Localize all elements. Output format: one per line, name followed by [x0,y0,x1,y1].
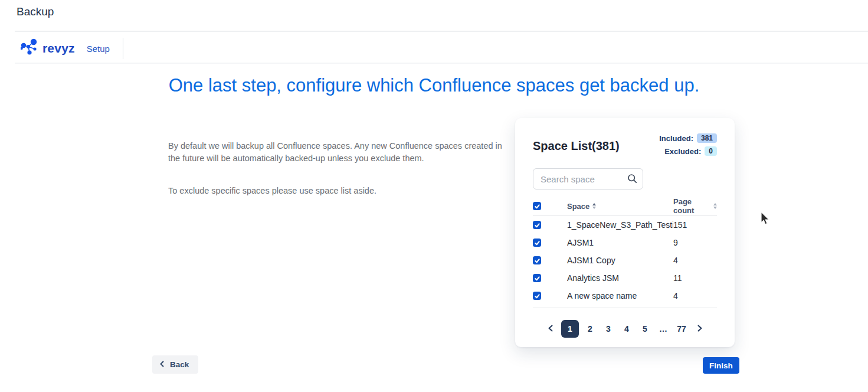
column-header-space[interactable]: Space [567,202,673,211]
space-list-card-header: Space List(381) Included: 381 Excluded: … [533,133,717,159]
chevron-left-icon [159,360,165,369]
pagination-pages: 12345…77 [561,320,689,338]
space-name-cell: 1_SpaceNew_S3_Path_Testi [567,220,673,230]
chevron-left-icon [548,324,554,334]
included-count-line: Included: 381 [659,133,717,143]
counts-block: Included: 381 Excluded: 0 [659,133,717,159]
pagination-page-3[interactable]: 3 [601,321,615,337]
excluded-label: Excluded: [664,147,701,156]
row-checkbox[interactable] [533,274,541,282]
search-icon [627,174,637,186]
pagination-page-5[interactable]: 5 [638,321,652,337]
column-header-page-count[interactable]: Page count [673,197,717,215]
included-label: Included: [659,134,693,143]
table-row: Analytics JSM 11 [533,269,717,287]
row-checkbox[interactable] [533,292,541,300]
back-button[interactable]: Back [152,355,198,374]
space-table-body: 1_SpaceNew_S3_Path_Testi 151 AJSM1 9 AJS… [533,216,717,305]
description-paragraph-2: To exclude specific spaces please use sp… [168,185,515,197]
space-list-title: Space List(381) [533,139,620,153]
pagination-page-1[interactable]: 1 [561,320,579,338]
back-button-label: Back [170,360,189,369]
space-name-cell: AJSM1 [567,238,673,247]
page-count-cell: 9 [673,238,717,247]
space-name-cell: AJSM1 Copy [567,256,673,265]
table-row: AJSM1 Copy 4 [533,251,717,269]
row-checkbox[interactable] [533,256,541,264]
pagination-page-4[interactable]: 4 [620,321,634,337]
page-count-cell: 151 [673,220,717,230]
row-checkbox[interactable] [533,221,541,229]
select-all-checkbox[interactable] [533,202,541,210]
brand-logo-molecule-icon [21,38,38,59]
finish-button[interactable]: Finish [703,357,739,374]
pagination-page-2[interactable]: 2 [583,321,597,337]
app-header: revyz Setup [21,37,123,60]
excluded-count-line: Excluded: 0 [659,146,717,156]
page-count-cell: 4 [673,291,717,300]
pagination-prev-button[interactable] [544,321,557,337]
table-row: AJSM1 9 [533,234,717,251]
column-header-page-count-label: Page count [673,197,710,215]
page-count-cell: 11 [673,273,717,283]
space-name-cell: A new space name [567,291,673,300]
pagination: 12345…77 [533,320,717,338]
table-row: 1_SpaceNew_S3_Path_Testi 151 [533,216,717,234]
description-block: By default we will backup all Confluence… [168,140,515,197]
header-bottom-line [15,63,868,64]
table-bottom-divider [533,308,717,308]
page-title: Backup [17,5,54,18]
space-name-cell: Analytics JSM [567,273,673,283]
sort-carets-icon-page-count [713,203,717,209]
sort-carets-icon-space [592,203,596,209]
pagination-page-…: … [656,321,670,337]
header-vertical-divider [123,38,123,59]
space-table-header-row: Space Page count [533,197,717,215]
pagination-page-77[interactable]: 77 [674,321,689,337]
description-paragraph-1: By default we will backup all Confluence… [168,140,515,165]
space-list-card: Space List(381) Included: 381 Excluded: … [515,118,735,347]
brand-name: revyz [42,41,75,55]
top-divider-line [15,31,868,32]
excluded-count-badge: 0 [705,146,717,156]
page-count-cell: 4 [673,256,717,265]
mouse-cursor [759,211,771,228]
search-space-field [533,168,643,190]
chevron-right-icon [696,324,703,334]
row-checkbox[interactable] [533,239,541,247]
column-header-space-label: Space [567,202,589,211]
table-row: A new space name 4 [533,287,717,305]
nav-item-setup[interactable]: Setup [87,44,110,54]
page-heading: One last step, configure which Confluenc… [0,75,868,96]
pagination-next-button[interactable] [693,321,706,337]
space-table: Space Page count 1_SpaceNew_S3_Path_Test… [533,197,717,308]
search-space-input[interactable] [533,168,643,190]
included-count-badge: 381 [697,133,717,143]
